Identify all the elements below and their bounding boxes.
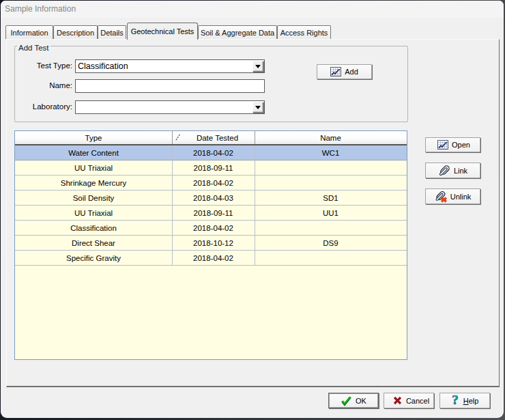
svg-text:?: ? xyxy=(452,395,459,406)
